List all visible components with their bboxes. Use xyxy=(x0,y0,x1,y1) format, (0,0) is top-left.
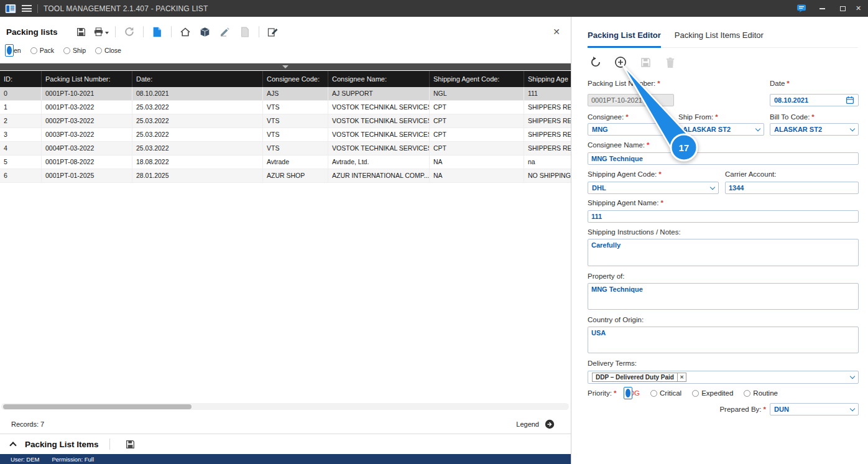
priority-option-expedited[interactable]: Expedited xyxy=(692,389,733,397)
priority-option-label: Critical xyxy=(660,389,681,397)
refresh-icon[interactable] xyxy=(121,24,137,39)
toolbar-separator xyxy=(109,438,110,450)
toolbar-separator xyxy=(143,26,144,37)
save-icon[interactable] xyxy=(73,24,90,39)
consignee-name-input[interactable] xyxy=(588,152,859,165)
column-header[interactable]: ID: xyxy=(0,71,42,87)
signature-icon[interactable] xyxy=(217,24,233,39)
table-row[interactable]: 40004PT-03-202225.03.2022VTSVOSTOK TECHN… xyxy=(0,142,571,155)
status-filter-group: OpenPackShipClose xyxy=(0,44,126,57)
table-row[interactable]: 20002PT-03-202225.03.2022VTSVOSTOK TECHN… xyxy=(0,114,571,128)
chip-remove-icon[interactable]: ✕ xyxy=(677,373,686,382)
panel-close-icon[interactable]: ✕ xyxy=(548,27,565,37)
radio-icon xyxy=(30,47,37,54)
add-icon[interactable] xyxy=(614,55,627,69)
menu-icon[interactable] xyxy=(22,5,32,12)
tab-packing-list-items-editor[interactable]: Packing List Items Editor xyxy=(675,30,764,47)
ship-from-select[interactable]: ALASKAR ST2 xyxy=(678,123,764,136)
carrier-account-input[interactable] xyxy=(725,182,859,194)
packing-lists-panel: Packing lists xyxy=(0,17,571,454)
editor-tabs: Packing List Editor Packing List Items E… xyxy=(588,30,858,48)
bill-to-code-select[interactable]: ALASKAR ST2 xyxy=(770,123,859,136)
table-cell: 1 xyxy=(0,101,42,114)
table-cell: VOSTOK TECHNIKAL SERVICES xyxy=(328,114,430,128)
new-document-icon[interactable] xyxy=(149,24,165,39)
print-icon[interactable] xyxy=(93,24,109,39)
packing-list-number-label: Packing List Number:* xyxy=(588,80,660,87)
close-button[interactable]: ✕ xyxy=(856,2,863,15)
table-cell: 3 xyxy=(0,128,42,141)
column-header[interactable]: Date: xyxy=(132,71,263,87)
table-row[interactable]: 00001PT-10-202108.10.2021AJSAJ SUPPORTNG… xyxy=(0,87,571,101)
feedback-icon[interactable] xyxy=(794,2,809,15)
grid-splitter[interactable] xyxy=(0,63,571,70)
filter-radio-pack[interactable]: Pack xyxy=(30,47,54,54)
filter-radio-close[interactable]: Close xyxy=(95,47,121,54)
table-body: 00001PT-10-202108.10.2021AJSAJ SUPPORTNG… xyxy=(0,87,571,183)
horizontal-scrollbar[interactable] xyxy=(1,403,569,410)
delivery-terms-label: Delivery Terms: xyxy=(588,360,637,367)
column-header[interactable]: Consignee Code: xyxy=(263,71,328,87)
splitter-collapse-icon[interactable] xyxy=(282,65,289,68)
prepared-by-select[interactable]: DUN xyxy=(770,403,859,415)
consignee-select[interactable]: MNG xyxy=(588,123,672,136)
priority-option-critical[interactable]: Critical xyxy=(650,389,681,397)
save-icon[interactable] xyxy=(639,55,652,69)
table-row[interactable]: 60001PT-01-202528.01.2025AZUR SHOPAZUR I… xyxy=(0,169,571,183)
column-header[interactable]: Shipping Agent Code: xyxy=(430,71,524,87)
packing-list-number-input[interactable] xyxy=(588,94,674,106)
tab-packing-list-editor[interactable]: Packing List Editor xyxy=(588,30,661,47)
items-save-icon[interactable] xyxy=(122,437,139,452)
property-of-textarea[interactable]: MNG Technique xyxy=(588,283,859,310)
filter-radio-open[interactable]: Open xyxy=(5,47,21,54)
filter-radio-ship[interactable]: Ship xyxy=(63,47,86,54)
priority-option-aog[interactable]: AOG xyxy=(624,389,640,397)
legend-label: Legend xyxy=(516,420,539,428)
radio-icon xyxy=(744,390,750,397)
shipping-agent-code-select[interactable]: DHL xyxy=(588,182,719,194)
maximize-button[interactable] xyxy=(835,2,850,15)
table-cell: 0001PT-03-2022 xyxy=(42,101,132,114)
delete-icon[interactable] xyxy=(663,55,677,69)
date-input[interactable]: 08.10.2021 xyxy=(770,94,859,106)
table-cell: NGL xyxy=(430,87,524,100)
legend-icon[interactable] xyxy=(545,419,555,429)
column-header[interactable]: Packing List Number: xyxy=(42,71,132,87)
column-header[interactable]: Shipping Age xyxy=(524,71,571,87)
table-row[interactable]: 10001PT-03-202225.03.2022VTSVOSTOK TECHN… xyxy=(0,101,571,114)
edit-icon[interactable] xyxy=(265,24,281,39)
shipping-instructions-textarea[interactable]: Carefully xyxy=(588,239,859,266)
minimize-button[interactable] xyxy=(815,2,829,15)
country-of-origin-textarea[interactable]: USA xyxy=(588,327,859,353)
copy-document-icon[interactable] xyxy=(237,24,253,39)
delivery-terms-select[interactable]: DDP – Delivered Duty Paid ✕ xyxy=(588,371,859,384)
delivery-terms-chip: DDP – Delivered Duty Paid ✕ xyxy=(592,373,686,382)
table-cell: 25.03.2022 xyxy=(132,142,263,155)
table-cell: CPT xyxy=(430,101,524,114)
table-cell: 4 xyxy=(0,142,42,155)
table-cell: 2 xyxy=(0,114,42,128)
table-row[interactable]: 50001PT-08-202218.08.2022AvtradeAvtrade,… xyxy=(0,155,571,169)
table-cell: 5 xyxy=(0,155,42,169)
print-dropdown-caret[interactable] xyxy=(105,32,109,36)
column-header[interactable]: Consignee Name: xyxy=(328,71,430,87)
date-label: Date* xyxy=(770,80,790,87)
priority-option-label: Routine xyxy=(753,389,778,397)
statusbar-permission: Permission: Full xyxy=(52,456,94,463)
undo-icon[interactable] xyxy=(589,55,603,69)
table-cell: 0001PT-08-2022 xyxy=(42,155,132,169)
priority-option-routine[interactable]: Routine xyxy=(744,389,778,397)
table-cell: AZUR INTERNATIONAL COMP... xyxy=(328,169,430,182)
calendar-icon[interactable] xyxy=(846,96,854,104)
priority-options: AOGCriticalExpeditedRoutine xyxy=(624,389,778,397)
shipping-agent-name-input[interactable] xyxy=(588,210,859,223)
collapse-section-icon[interactable] xyxy=(8,439,18,449)
scrollbar-thumb[interactable] xyxy=(3,404,192,409)
country-of-origin-label: Country of Origin: xyxy=(588,316,644,323)
home-icon[interactable] xyxy=(177,24,193,39)
table-row[interactable]: 30003PT-03-202225.03.2022VTSVOSTOK TECHN… xyxy=(0,128,571,142)
package-icon[interactable] xyxy=(197,24,213,39)
table-cell: SHIPPERS RESPO xyxy=(524,101,571,114)
table-cell: VTS xyxy=(263,142,328,155)
toolbar-separator xyxy=(171,26,172,37)
